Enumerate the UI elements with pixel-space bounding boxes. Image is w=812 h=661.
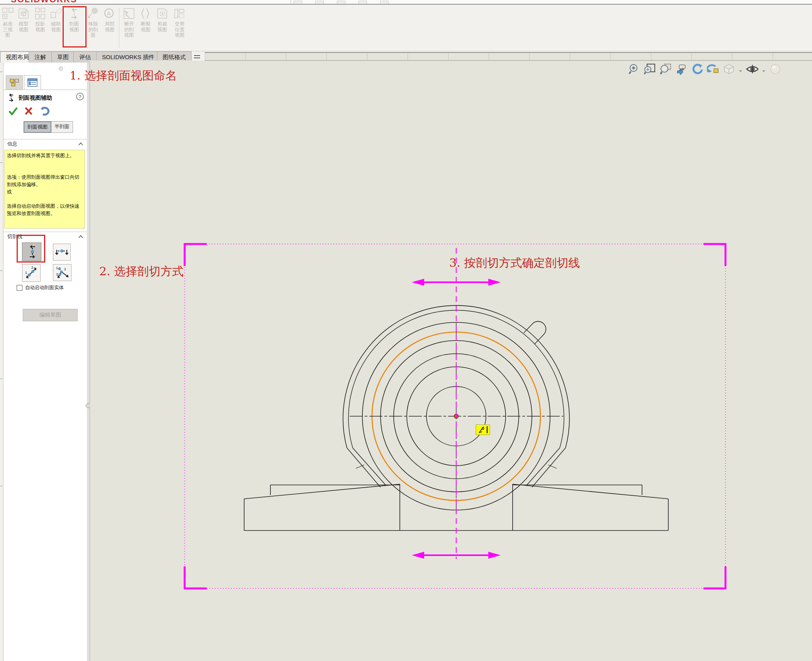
panel-tab-property-manager[interactable] xyxy=(24,75,41,90)
feature-tree-edge-strip xyxy=(0,63,3,661)
projected-view-button[interactable]: 投影 视图 xyxy=(32,6,48,50)
section-view-toggle[interactable]: 剖面视图 xyxy=(24,121,51,133)
model-view-icon xyxy=(16,6,31,21)
display-style-icon[interactable] xyxy=(723,63,735,75)
zoom-to-area-icon[interactable] xyxy=(644,63,656,75)
projected-view-icon xyxy=(33,6,48,21)
collapse-chevron-icon xyxy=(78,142,83,146)
detail-view-icon: A xyxy=(102,6,117,21)
removed-section-icon xyxy=(86,6,100,21)
section-view-assist-icon xyxy=(7,93,15,102)
ok-button[interactable] xyxy=(8,106,18,115)
panel-grip-dot[interactable] xyxy=(59,66,63,71)
svg-text:2: 2 xyxy=(31,266,33,269)
window-title-strip: SOLIDWORKS xyxy=(0,0,812,5)
cancel-button[interactable] xyxy=(24,106,33,115)
command-manager-toolbar: 标准 三视 图 模型 视图 投影 视图 辅助 视图 xyxy=(0,5,812,51)
alternate-position-view-button[interactable]: 交替 位置 视图 xyxy=(171,6,188,50)
annotation-step2: 2. 选择剖切方式 xyxy=(99,264,183,280)
auxiliary-view-icon xyxy=(49,6,63,21)
annotation-box-section-view-button xyxy=(63,6,87,47)
section-type-toggle: 剖面视图 半剖面 xyxy=(24,121,73,133)
drawing-canvas[interactable] xyxy=(90,61,812,661)
display-style-dropdown-caret[interactable] xyxy=(739,67,742,71)
break-view-button[interactable]: 断裂 视图 xyxy=(138,6,153,50)
annotation-step3: 3. 按剖切方式确定剖切线 xyxy=(449,255,580,271)
svg-text:1: 1 xyxy=(25,271,27,275)
horizontal-ruler xyxy=(205,52,812,61)
auto-start-section-label: 自动启动剖面实体 xyxy=(25,285,64,291)
edit-sketch-button[interactable]: 编辑草图 xyxy=(23,309,78,321)
break-view-icon xyxy=(138,6,153,21)
hide-show-items-icon[interactable] xyxy=(746,63,758,75)
broken-out-section-button[interactable]: 断开 的剖 视图 xyxy=(121,6,137,50)
model-view-button[interactable]: 模型 视图 xyxy=(15,6,32,50)
panel-tab-display-manager[interactable] xyxy=(6,75,23,90)
half-section-toggle[interactable]: 半剖面 xyxy=(51,121,73,133)
aligned-cutting-line-button[interactable]: 123 xyxy=(53,264,71,281)
panel-title: 剖面视图辅助 xyxy=(7,93,52,102)
cutting-line-group-header[interactable]: 切割线 xyxy=(3,232,87,241)
tab-sketch[interactable]: 草图 xyxy=(51,51,75,63)
annotation-step1: 1. 选择剖面视图命名 xyxy=(70,68,177,84)
crop-view-button[interactable]: 剪裁 视图 xyxy=(154,6,170,50)
auxiliary-view-button[interactable]: 辅助 视图 xyxy=(49,6,63,50)
solidworks-logo: SOLIDWORKS xyxy=(11,0,77,5)
auto-start-section-checkbox-row: 自动启动剖面实体 xyxy=(17,285,64,291)
auxiliary-cutting-line-button[interactable]: 12 xyxy=(22,264,41,282)
quick-toolbar-fragments xyxy=(294,1,389,5)
info-group-header[interactable]: 信息 xyxy=(3,139,87,148)
help-icon[interactable]: ? xyxy=(76,93,84,100)
standard-3-view-icon xyxy=(1,6,15,21)
heads-up-view-toolbar xyxy=(628,63,781,75)
horizontal-cutting-line-icon xyxy=(54,246,69,258)
property-manager-panel: 剖面视图辅助 ? 剖面视图 半剖面 信息 选择切割线并将其置于视图上。 选项：使… xyxy=(3,63,87,661)
auxiliary-cutting-line-icon: 12 xyxy=(24,266,39,280)
panel-actions xyxy=(8,106,51,116)
info-message-box: 选择切割线并将其置于视图上。 选项：使用剖面视图弹出窗口向切割线添加偏移。 或 … xyxy=(4,150,85,229)
detail-view-button[interactable]: A 局部 视图 xyxy=(102,6,117,50)
annotation-box-cutting-line-button xyxy=(17,235,45,263)
panel-splitter[interactable] xyxy=(87,63,90,661)
hide-show-dropdown-caret[interactable] xyxy=(762,67,766,71)
zoom-to-fit-icon[interactable] xyxy=(628,63,640,75)
property-manager-icon xyxy=(27,78,38,87)
3d-drawing-view-icon[interactable] xyxy=(707,63,719,75)
display-manager-icon xyxy=(9,78,19,87)
previous-view-icon[interactable] xyxy=(675,63,688,75)
crop-view-icon xyxy=(155,6,170,21)
standard-3-view-button[interactable]: 标准 三视 图 xyxy=(1,6,15,50)
alternate-position-view-icon xyxy=(172,6,187,21)
auto-start-section-checkbox[interactable] xyxy=(17,285,22,291)
broken-out-section-icon xyxy=(122,6,136,21)
svg-text:3: 3 xyxy=(56,273,58,276)
zoom-in-out-icon[interactable] xyxy=(659,63,672,75)
aligned-cutting-line-icon: 123 xyxy=(54,266,70,280)
svg-text:2: 2 xyxy=(64,267,66,271)
rotate-view-icon[interactable] xyxy=(691,63,703,75)
horizontal-cutting-line-button[interactable] xyxy=(53,244,71,261)
undo-button[interactable] xyxy=(39,106,51,116)
svg-text:1: 1 xyxy=(56,266,58,270)
tab-annotation[interactable]: 注解 xyxy=(29,51,52,63)
edit-appearance-icon[interactable] xyxy=(769,63,781,75)
removed-section-button[interactable]: 移除 的剖 面 xyxy=(85,6,101,50)
collapse-chevron-icon xyxy=(78,235,83,238)
tab-overflow-icon[interactable] xyxy=(193,54,201,61)
svg-text:A: A xyxy=(107,10,111,17)
